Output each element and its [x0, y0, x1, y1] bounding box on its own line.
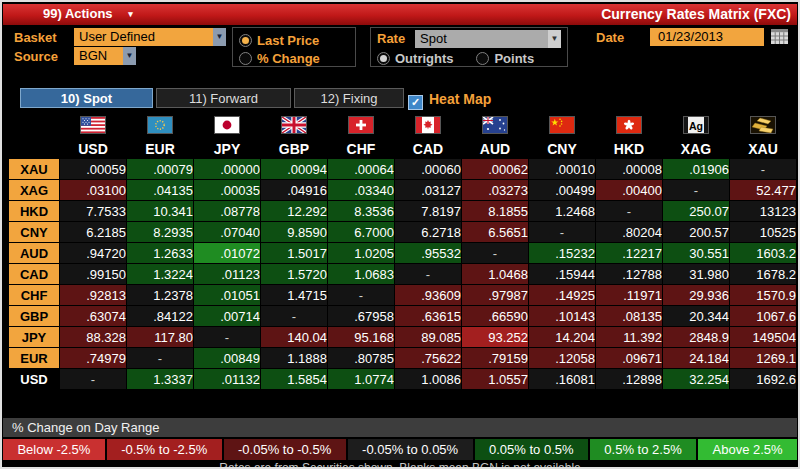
row-label-CNY[interactable]: CNY	[9, 222, 59, 242]
cell-XAU-AUD[interactable]: .00062	[462, 159, 528, 179]
cell-CAD-USD[interactable]: .99150	[60, 264, 126, 284]
row-label-EUR[interactable]: EUR	[9, 348, 59, 368]
cell-XAG-AUD[interactable]: .03273	[462, 180, 528, 200]
cell-CAD-CNY[interactable]: .15944	[529, 264, 595, 284]
cell-GBP-CNY[interactable]: .10143	[529, 306, 595, 326]
cell-CNY-HKD[interactable]: .80204	[596, 222, 662, 242]
cell-CHF-AUD[interactable]: .97987	[462, 285, 528, 305]
cell-CNY-XAG[interactable]: 200.57	[663, 222, 729, 242]
cell-JPY-CHF[interactable]: 95.168	[328, 327, 394, 347]
cell-AUD-CAD[interactable]: .95532	[395, 243, 461, 263]
calendar-icon[interactable]	[771, 29, 788, 44]
cell-GBP-GBP[interactable]: -	[261, 306, 327, 326]
cell-XAU-XAG[interactable]: .01906	[663, 159, 729, 179]
cell-HKD-GBP[interactable]: 12.292	[261, 201, 327, 221]
rate-select[interactable]: Spot ▼	[415, 30, 561, 48]
outrights-radio[interactable]	[377, 52, 390, 65]
cell-AUD-XAG[interactable]: 30.551	[663, 243, 729, 263]
cell-AUD-CNY[interactable]: .15232	[529, 243, 595, 263]
cell-CNY-JPY[interactable]: .07040	[194, 222, 260, 242]
cell-CAD-GBP[interactable]: 1.5720	[261, 264, 327, 284]
cell-XAG-CAD[interactable]: .03127	[395, 180, 461, 200]
cell-USD-HKD[interactable]: .12898	[596, 369, 662, 389]
cell-HKD-XAG[interactable]: 250.07	[663, 201, 729, 221]
cell-USD-USD[interactable]: -	[60, 369, 126, 389]
cell-EUR-HKD[interactable]: .09671	[596, 348, 662, 368]
cell-AUD-EUR[interactable]: 1.2633	[127, 243, 193, 263]
cell-XAG-XAU[interactable]: 52.477	[730, 180, 796, 200]
cell-AUD-AUD[interactable]: -	[462, 243, 528, 263]
cell-CAD-EUR[interactable]: 1.3224	[127, 264, 193, 284]
cell-CAD-CHF[interactable]: 1.0683	[328, 264, 394, 284]
cell-CAD-JPY[interactable]: .01123	[194, 264, 260, 284]
cell-JPY-XAU[interactable]: 149504	[730, 327, 796, 347]
heatmap-checkbox[interactable]: ✓	[408, 95, 423, 110]
cell-EUR-GBP[interactable]: 1.1888	[261, 348, 327, 368]
basket-select[interactable]: User Defined ▼	[74, 28, 226, 46]
cell-CNY-XAU[interactable]: 10525	[730, 222, 796, 242]
cell-CNY-CAD[interactable]: 6.2718	[395, 222, 461, 242]
cell-CNY-AUD[interactable]: 6.5651	[462, 222, 528, 242]
cell-XAG-HKD[interactable]: .00400	[596, 180, 662, 200]
row-label-GBP[interactable]: GBP	[9, 306, 59, 326]
cell-CNY-USD[interactable]: 6.2185	[60, 222, 126, 242]
cell-HKD-CNY[interactable]: 1.2468	[529, 201, 595, 221]
cell-CHF-USD[interactable]: .92813	[60, 285, 126, 305]
cell-EUR-AUD[interactable]: .79159	[462, 348, 528, 368]
cell-XAU-XAU[interactable]: -	[730, 159, 796, 179]
tab-spot[interactable]: 10) Spot	[20, 88, 153, 108]
cell-USD-XAU[interactable]: 1692.6	[730, 369, 796, 389]
cell-HKD-EUR[interactable]: 10.341	[127, 201, 193, 221]
cell-CNY-GBP[interactable]: 9.8590	[261, 222, 327, 242]
cell-EUR-USD[interactable]: .74979	[60, 348, 126, 368]
cell-GBP-CHF[interactable]: .67958	[328, 306, 394, 326]
cell-JPY-GBP[interactable]: 140.04	[261, 327, 327, 347]
cell-USD-CAD[interactable]: 1.0086	[395, 369, 461, 389]
cell-XAG-EUR[interactable]: .04135	[127, 180, 193, 200]
cell-HKD-XAU[interactable]: 13123	[730, 201, 796, 221]
cell-JPY-HKD[interactable]: 11.392	[596, 327, 662, 347]
cell-EUR-XAG[interactable]: 24.184	[663, 348, 729, 368]
cell-HKD-JPY[interactable]: .08778	[194, 201, 260, 221]
cell-GBP-EUR[interactable]: .84122	[127, 306, 193, 326]
cell-AUD-USD[interactable]: .94720	[60, 243, 126, 263]
row-label-JPY[interactable]: JPY	[9, 327, 59, 347]
cell-XAG-CNY[interactable]: .00499	[529, 180, 595, 200]
cell-GBP-AUD[interactable]: .66590	[462, 306, 528, 326]
cell-CAD-HKD[interactable]: .12788	[596, 264, 662, 284]
cell-CHF-XAU[interactable]: 1570.9	[730, 285, 796, 305]
cell-EUR-JPY[interactable]: .00849	[194, 348, 260, 368]
chevron-down-icon[interactable]: ▼	[123, 47, 136, 65]
cell-EUR-XAU[interactable]: 1269.1	[730, 348, 796, 368]
cell-XAU-HKD[interactable]: .00008	[596, 159, 662, 179]
cell-GBP-XAG[interactable]: 20.344	[663, 306, 729, 326]
cell-JPY-XAG[interactable]: 2848.9	[663, 327, 729, 347]
cell-AUD-JPY[interactable]: .01072	[194, 243, 260, 263]
cell-XAG-JPY[interactable]: .00035	[194, 180, 260, 200]
chevron-down-icon[interactable]: ▼	[213, 28, 226, 46]
cell-XAG-XAG[interactable]: -	[663, 180, 729, 200]
cell-CHF-JPY[interactable]: .01051	[194, 285, 260, 305]
points-radio[interactable]	[476, 52, 489, 65]
cell-USD-EUR[interactable]: 1.3337	[127, 369, 193, 389]
cell-HKD-USD[interactable]: 7.7533	[60, 201, 126, 221]
cell-EUR-CHF[interactable]: .80785	[328, 348, 394, 368]
row-label-HKD[interactable]: HKD	[9, 201, 59, 221]
cell-XAU-CNY[interactable]: .00010	[529, 159, 595, 179]
cell-CAD-XAG[interactable]: 31.980	[663, 264, 729, 284]
last-price-radio[interactable]	[239, 34, 252, 47]
cell-JPY-CNY[interactable]: 14.204	[529, 327, 595, 347]
cell-GBP-JPY[interactable]: .00714	[194, 306, 260, 326]
cell-JPY-EUR[interactable]: 117.80	[127, 327, 193, 347]
row-label-XAG[interactable]: XAG	[9, 180, 59, 200]
cell-HKD-AUD[interactable]: 8.1855	[462, 201, 528, 221]
cell-XAU-JPY[interactable]: .00000	[194, 159, 260, 179]
cell-EUR-CNY[interactable]: .12058	[529, 348, 595, 368]
cell-AUD-GBP[interactable]: 1.5017	[261, 243, 327, 263]
cell-CAD-AUD[interactable]: 1.0468	[462, 264, 528, 284]
cell-GBP-USD[interactable]: .63074	[60, 306, 126, 326]
cell-JPY-USD[interactable]: 88.328	[60, 327, 126, 347]
cell-XAU-EUR[interactable]: .00079	[127, 159, 193, 179]
cell-EUR-CAD[interactable]: .75622	[395, 348, 461, 368]
cell-USD-XAG[interactable]: 32.254	[663, 369, 729, 389]
